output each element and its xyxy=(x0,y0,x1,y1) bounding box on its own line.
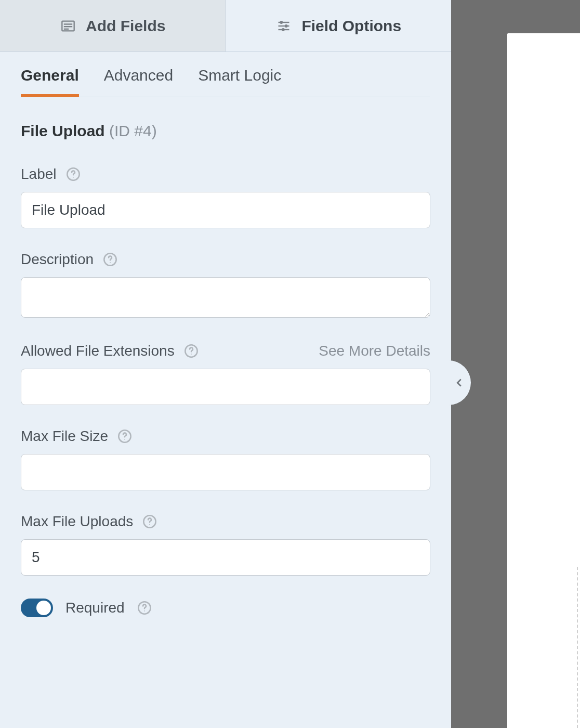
svg-point-17 xyxy=(124,439,125,440)
svg-point-9 xyxy=(282,28,285,31)
svg-point-7 xyxy=(285,24,288,28)
tab-add-fields[interactable]: Add Fields xyxy=(0,0,226,51)
field-id-label: (ID #4) xyxy=(109,122,157,139)
chevron-left-icon xyxy=(457,380,460,386)
help-icon[interactable] xyxy=(137,601,152,615)
group-description: Description xyxy=(21,251,430,320)
group-required: Required xyxy=(21,599,430,617)
toggle-knob xyxy=(36,601,51,615)
label-max-file-uploads: Max File Uploads xyxy=(21,513,133,530)
svg-point-13 xyxy=(110,262,111,263)
tab-field-options-label: Field Options xyxy=(301,17,401,35)
group-label: Label xyxy=(21,166,430,228)
content-area: General Advanced Smart Logic File Upload… xyxy=(0,52,451,617)
label-description: Description xyxy=(21,251,94,268)
group-max-file-uploads: Max File Uploads xyxy=(21,513,430,576)
preview-sheet xyxy=(507,33,580,728)
help-icon[interactable] xyxy=(184,344,199,358)
svg-point-21 xyxy=(144,610,145,612)
description-input[interactable] xyxy=(21,277,430,318)
max-file-size-input[interactable] xyxy=(21,454,430,490)
dotted-guide xyxy=(577,567,578,728)
subtab-smart-logic[interactable]: Smart Logic xyxy=(198,67,281,97)
svg-point-11 xyxy=(73,177,74,178)
see-more-details-link[interactable]: See More Details xyxy=(319,343,430,359)
subtab-advanced[interactable]: Advanced xyxy=(104,67,173,97)
svg-point-5 xyxy=(280,21,283,24)
field-options-panel: Add Fields Field Options General Advance… xyxy=(0,0,451,728)
list-icon xyxy=(60,18,76,34)
svg-point-19 xyxy=(149,524,150,525)
preview-area xyxy=(451,0,580,728)
help-icon[interactable] xyxy=(66,167,81,181)
label-input[interactable] xyxy=(21,192,430,228)
tab-add-fields-label: Add Fields xyxy=(86,17,165,35)
label-required: Required xyxy=(65,600,125,616)
group-max-file-size: Max File Size xyxy=(21,428,430,490)
help-icon[interactable] xyxy=(117,429,132,444)
top-tabs: Add Fields Field Options xyxy=(0,0,451,52)
max-file-uploads-input[interactable] xyxy=(21,539,430,576)
subtab-general[interactable]: General xyxy=(21,67,79,97)
required-toggle[interactable] xyxy=(21,599,53,617)
field-title: File Upload (ID #4) xyxy=(21,122,430,140)
help-icon[interactable] xyxy=(103,252,117,267)
svg-point-15 xyxy=(191,354,192,355)
sliders-icon xyxy=(275,18,292,34)
field-title-text: File Upload xyxy=(21,122,105,139)
group-allowed-extensions: Allowed File Extensions See More Details xyxy=(21,343,430,405)
sub-tabs: General Advanced Smart Logic xyxy=(21,67,430,97)
label-label: Label xyxy=(21,166,57,183)
help-icon[interactable] xyxy=(142,514,157,529)
allowed-extensions-input[interactable] xyxy=(21,369,430,405)
label-max-file-size: Max File Size xyxy=(21,428,108,445)
tab-field-options[interactable]: Field Options xyxy=(226,0,452,51)
label-allowed-extensions: Allowed File Extensions xyxy=(21,343,175,359)
